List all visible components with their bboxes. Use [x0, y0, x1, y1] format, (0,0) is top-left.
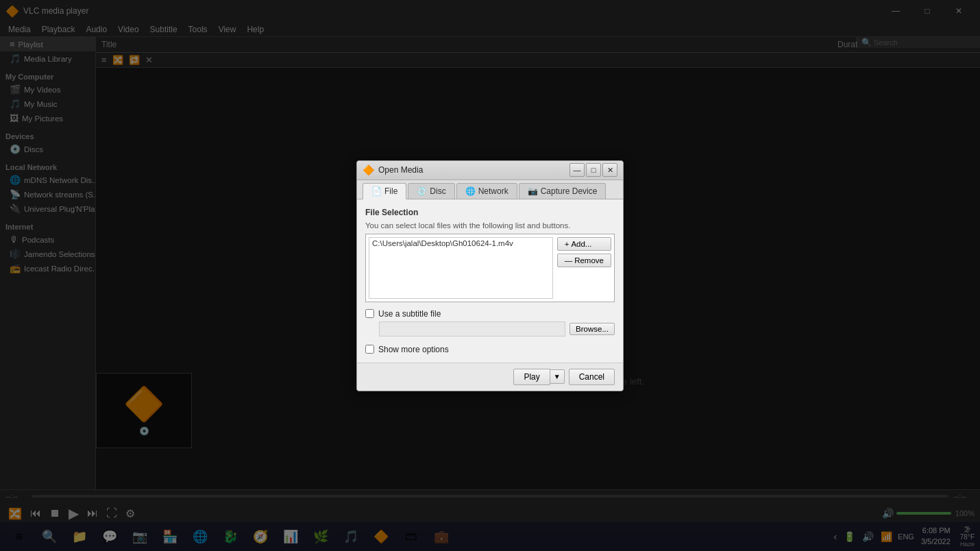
add-label: Add... [571, 240, 591, 248]
tab-disc[interactable]: 💿 Disc [408, 183, 454, 199]
remove-button[interactable]: — Remove [557, 254, 611, 267]
more-options-row: Show more options [365, 345, 615, 354]
remove-label: Remove [574, 256, 604, 265]
dialog-maximize-button[interactable]: □ [586, 163, 601, 177]
play-dropdown-button[interactable]: ▼ [550, 369, 565, 384]
dialog-icon: 🔶 [363, 164, 374, 175]
tab-file[interactable]: 📄 File [363, 183, 406, 199]
disc-tab-icon: 💿 [417, 186, 427, 196]
dialog-tabs: 📄 File 💿 Disc 🌐 Network 📷 Capture Device [357, 180, 623, 199]
add-button[interactable]: + Add... [557, 237, 611, 251]
tab-capture-device[interactable]: 📷 Capture Device [519, 183, 607, 199]
subtitle-label: Use a subtitle file [378, 309, 441, 319]
browse-button[interactable]: Browse... [569, 323, 615, 335]
file-selection-box: C:\Users\jalal\Desktop\Gh010624-1.m4v + … [365, 234, 615, 302]
file-tab-icon: 📄 [371, 186, 382, 196]
file-path-entry: C:\Users\jalal\Desktop\Gh010624-1.m4v [372, 239, 550, 247]
subtitle-path-row: Browse... [379, 321, 615, 336]
file-buttons: + Add... — Remove [557, 237, 611, 299]
dialog-footer: Play ▼ Cancel [357, 363, 623, 391]
subtitle-checkbox-row: Use a subtitle file [365, 309, 615, 319]
subtitle-checkbox[interactable] [365, 309, 374, 318]
show-more-label: Show more options [378, 345, 449, 354]
network-tab-label: Network [478, 186, 509, 196]
tab-network[interactable]: 🌐 Network [456, 183, 517, 199]
network-tab-icon: 🌐 [465, 186, 476, 196]
file-list-area[interactable]: C:\Users\jalal\Desktop\Gh010624-1.m4v [369, 237, 553, 299]
dialog-minimize-button[interactable]: — [569, 163, 585, 177]
cancel-button[interactable]: Cancel [569, 369, 615, 385]
file-tab-label: File [384, 186, 397, 196]
capture-tab-icon: 📷 [528, 186, 538, 196]
subtitle-section: Use a subtitle file Browse... [365, 309, 615, 336]
play-button-group: Play ▼ [513, 369, 564, 385]
subtitle-path-input[interactable] [379, 321, 565, 336]
dialog-close-button[interactable]: ✕ [602, 163, 617, 177]
dialog-body: File Selection You can select local file… [357, 199, 623, 363]
file-selection-desc: You can select local files with the foll… [365, 221, 615, 230]
show-more-checkbox[interactable] [365, 345, 374, 354]
remove-icon: — [565, 256, 573, 265]
disc-tab-label: Disc [430, 186, 445, 196]
capture-tab-label: Capture Device [541, 186, 598, 196]
dialog-title: Open Media [378, 165, 568, 175]
modal-overlay: 🔶 Open Media — □ ✕ 📄 File 💿 Disc 🌐 Netwo… [0, 0, 980, 551]
play-main-button[interactable]: Play [513, 369, 550, 385]
add-icon: + [565, 240, 569, 248]
file-selection-label: File Selection [365, 208, 615, 217]
dialog-titlebar: 🔶 Open Media — □ ✕ [357, 161, 623, 180]
open-media-dialog: 🔶 Open Media — □ ✕ 📄 File 💿 Disc 🌐 Netwo… [356, 160, 624, 391]
